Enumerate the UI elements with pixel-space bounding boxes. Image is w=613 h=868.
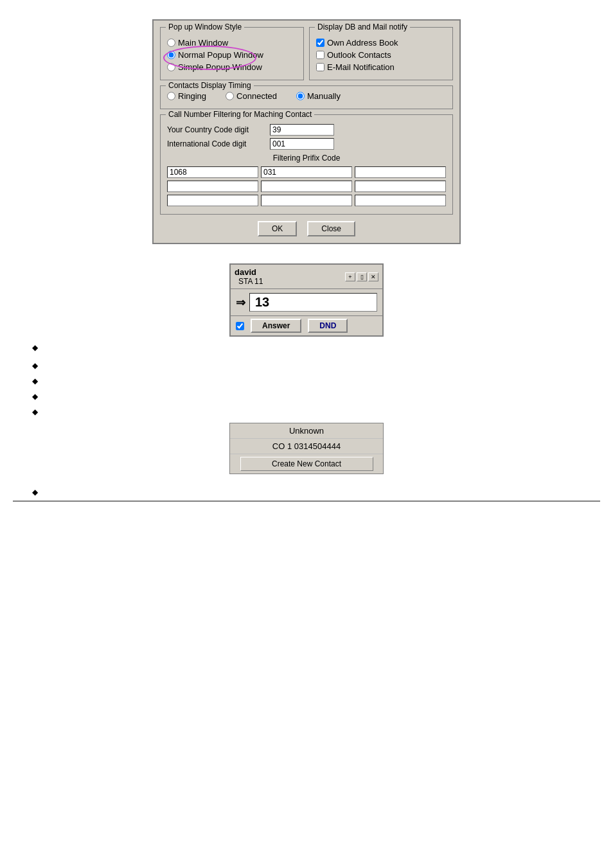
popup-style-group: Pop up Window Style Main Window Normal P…: [160, 27, 304, 80]
bullet-diamond-1: ◆: [32, 343, 38, 352]
close-button[interactable]: Close: [307, 221, 355, 236]
bottom-bullet-row: ◆: [32, 487, 581, 497]
chk-email-label: E-Mail Notification: [327, 62, 395, 72]
bottom-bullet-diamond: ◆: [32, 488, 38, 497]
unknown-header: Unknown: [230, 423, 383, 439]
close-button-popup[interactable]: ✕: [368, 272, 378, 281]
prefix-input-8[interactable]: [261, 195, 352, 206]
prefix-input-4[interactable]: [167, 181, 258, 192]
bullet-item-3: ◆: [32, 376, 581, 385]
pin-button[interactable]: +: [345, 272, 355, 281]
bullet-item-1: ◆: [32, 343, 581, 352]
radio-normal-popup[interactable]: [167, 51, 175, 59]
radio-simple-label: Simple Popup Window: [178, 62, 262, 72]
call-popup-header: david STA 11 + ▯ ✕: [231, 265, 382, 289]
caller-sta: STA 11: [235, 277, 267, 286]
timing-group-title: Contacts Display Timing: [166, 81, 254, 90]
unknown-number: CO 1 0314504444: [230, 439, 383, 454]
radio-simple-popup[interactable]: [167, 63, 175, 71]
answer-checkbox[interactable]: [236, 322, 244, 330]
bullet-item-2: ◆: [32, 361, 581, 370]
chk-email[interactable]: [316, 63, 324, 71]
prefix-input-3[interactable]: [355, 166, 446, 178]
display-group-title: Display DB and Mail notify: [315, 22, 410, 31]
radio-connected[interactable]: [226, 92, 234, 100]
bullet-diamond-4: ◆: [32, 392, 38, 401]
caller-name: david: [235, 267, 267, 277]
chk-own-address-label: Own Address Book: [327, 38, 398, 48]
radio-main-window[interactable]: [167, 39, 175, 47]
prefix-title: Filtering Prifix Code: [167, 154, 446, 163]
radio-ringing-label: Ringing: [178, 91, 206, 101]
call-action-row: Answer DND: [231, 315, 382, 335]
country-code-label: Your Country Code digit: [167, 125, 270, 134]
create-contact-button[interactable]: Create New Contact: [240, 457, 373, 471]
bullet-item-4: ◆: [32, 392, 581, 401]
bullet-diamond-2: ◆: [32, 361, 38, 370]
chk-outlook[interactable]: [316, 51, 324, 59]
prefix-grid: [167, 166, 446, 206]
radio-manually[interactable]: [296, 92, 305, 100]
prefix-input-2[interactable]: [261, 166, 352, 178]
radio-normal-label: Normal Popup Window: [178, 50, 263, 60]
prefix-input-7[interactable]: [167, 195, 258, 206]
call-direction-arrow: ⇒: [236, 296, 245, 310]
window-controls: + ▯ ✕: [345, 272, 378, 281]
dnd-button[interactable]: DND: [308, 319, 348, 333]
display-group: Display DB and Mail notify Own Address B…: [309, 27, 453, 80]
intl-code-label: International Code digit: [167, 139, 270, 148]
bullet-diamond-3: ◆: [32, 376, 38, 385]
minimize-button[interactable]: ▯: [357, 272, 367, 281]
prefix-input-6[interactable]: [355, 181, 446, 192]
popup-style-title: Pop up Window Style: [166, 22, 244, 31]
call-number-row: ⇒ 13: [231, 289, 382, 315]
filter-group-title: Call Number Filtering for Maching Contac…: [166, 110, 314, 119]
radio-ringing[interactable]: [167, 92, 175, 100]
answer-button[interactable]: Answer: [251, 319, 301, 333]
prefix-input-5[interactable]: [261, 181, 352, 192]
unknown-btn-row: Create New Contact: [230, 454, 383, 474]
page-bottom-separator: [13, 500, 600, 502]
filter-group: Call Number Filtering for Maching Contac…: [160, 114, 453, 215]
chk-own-address[interactable]: [316, 39, 324, 47]
prefix-input-9[interactable]: [355, 195, 446, 206]
call-popup: david STA 11 + ▯ ✕ ⇒ 13 Answer DND: [229, 263, 384, 337]
timing-group: Contacts Display Timing Ringing Connecte…: [160, 85, 453, 109]
bullet-item-5: ◆: [32, 407, 581, 416]
intl-code-input[interactable]: [270, 138, 334, 150]
radio-connected-label: Connected: [236, 91, 277, 101]
prefix-input-1[interactable]: [167, 166, 258, 178]
bullet-diamond-5: ◆: [32, 407, 38, 416]
dialog-buttons: OK Close: [160, 221, 453, 236]
bullet-section: ◆ ◆ ◆ ◆ ◆: [32, 343, 581, 416]
unknown-popup: Unknown CO 1 0314504444 Create New Conta…: [229, 423, 384, 474]
chk-outlook-label: Outlook Contacts: [327, 50, 391, 60]
radio-main-label: Main Window: [178, 38, 228, 48]
ok-button[interactable]: OK: [258, 221, 297, 236]
radio-manually-label: Manually: [307, 91, 341, 101]
call-number-display: 13: [249, 293, 377, 312]
country-code-input[interactable]: [270, 124, 334, 136]
settings-dialog: Pop up Window Style Main Window Normal P…: [152, 19, 461, 244]
